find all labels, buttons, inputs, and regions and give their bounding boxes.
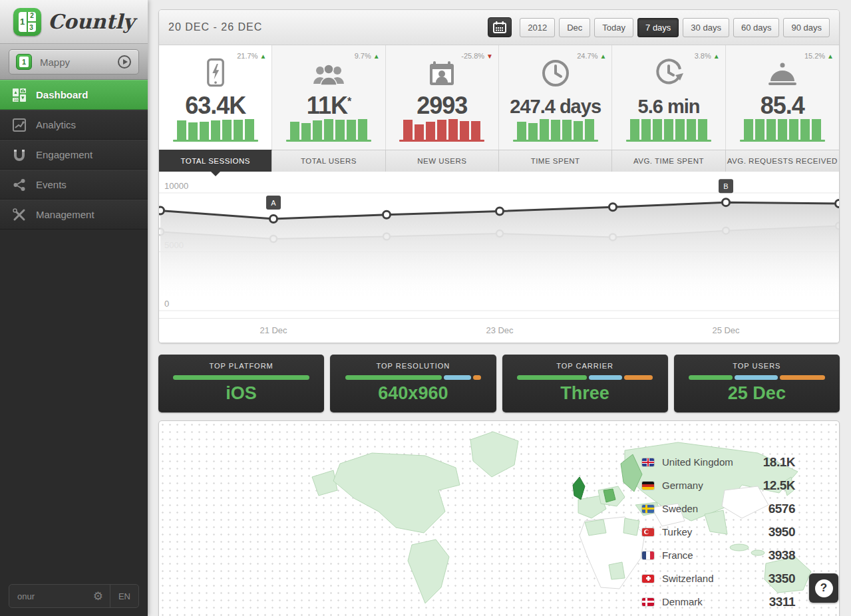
sidebar: 123 Countly 1 Mappy 100 Dashboard Analyt… [0, 0, 148, 616]
sessions-line-chart[interactable]: 0500010000AB [159, 172, 839, 318]
sidebar-item-management[interactable]: Management [0, 200, 148, 230]
range-button-60days[interactable]: 60 days [733, 18, 780, 37]
tab-avg-time-spent[interactable]: AVG. TIME SPENT [612, 150, 725, 172]
countries-map-panel[interactable]: United Kingdom 18.1K Germany 12.5K Swede… [158, 420, 840, 616]
top-countries-list: United Kingdom 18.1K Germany 12.5K Swede… [642, 450, 795, 613]
top-carrier-card[interactable]: TOP CARRIER Three [502, 355, 668, 412]
top-card-title: TOP RESOLUTION [376, 362, 450, 370]
brand-name: Countly [48, 10, 134, 33]
range-button-90days[interactable]: 90 days [783, 18, 830, 37]
country-row-sweden[interactable]: Sweden 6576 [642, 497, 795, 520]
calendar-button[interactable] [488, 17, 512, 37]
distribution-bar [345, 375, 481, 380]
panel-header: 20 DEC - 26 DEC 2012 Dec Today 7 days 30… [159, 10, 839, 45]
range-button-month[interactable]: Dec [559, 18, 590, 37]
country-row-switzerland[interactable]: Switzerland 3350 [642, 567, 795, 590]
tab-avg-requests[interactable]: AVG. REQUESTS RECEIVED [726, 150, 839, 172]
top-card-value: 25 Dec [728, 383, 786, 404]
top-card-title: TOP PLATFORM [209, 362, 273, 370]
tab-time-spent[interactable]: TIME SPENT [499, 150, 612, 172]
sidebar-item-events[interactable]: Events [0, 170, 148, 200]
stat-card-new-users[interactable]: -25.8%▼ 2993 [386, 45, 499, 150]
calendar-icon [493, 21, 506, 33]
change-badge: 21.7%▲ [237, 52, 266, 60]
sidebar-item-dashboard[interactable]: 100 Dashboard [0, 80, 148, 110]
metric-tabs: TOTAL SESSIONS TOTAL USERS NEW USERS TIM… [159, 150, 839, 172]
user-menu[interactable]: onur ⚙ EN [9, 584, 139, 608]
chart-x-axis: 21 Dec23 Dec25 Dec [159, 318, 839, 343]
country-row-uk[interactable]: United Kingdom 18.1K [642, 450, 795, 474]
calendar-user-icon [428, 53, 456, 88]
top-card-value: 640x960 [378, 383, 448, 404]
sweden-flag-icon [642, 505, 654, 513]
stat-value: 11K* [307, 92, 351, 120]
question-mark-icon: ? [815, 579, 833, 597]
distribution-bar [517, 375, 653, 380]
stat-card-total-users[interactable]: 9.7%▲ 11K* [272, 45, 385, 150]
x-axis-label: 23 Dec [486, 325, 513, 335]
country-row-germany[interactable]: Germany 12.5K [642, 474, 795, 497]
country-row-turkey[interactable]: Turkey 3950 [642, 520, 795, 543]
switzerland-flag-icon [642, 575, 654, 583]
country-name: Denmark [662, 596, 769, 607]
country-name: Sweden [662, 503, 768, 514]
stat-card-avg-requests[interactable]: 15.2%▲ 85.4 [726, 45, 839, 150]
change-badge: 3.8%▲ [695, 52, 720, 60]
country-value: 3950 [768, 525, 795, 539]
france-flag-icon [642, 551, 654, 559]
users-icon [311, 53, 346, 88]
country-value: 3350 [768, 571, 795, 586]
top-card-title: TOP USERS [733, 362, 780, 370]
help-button[interactable]: ? [809, 573, 838, 603]
top-platform-card[interactable]: TOP PLATFORM iOS [158, 355, 324, 412]
sidebar-item-label: Dashboard [36, 89, 88, 100]
sparkline [173, 119, 258, 142]
distribution-bar [689, 375, 824, 380]
country-name: France [662, 549, 768, 561]
sidebar-item-engagement[interactable]: Engagement [0, 140, 148, 170]
stat-card-avg-time-spent[interactable]: 3.8%▲ 5.6 min [612, 45, 725, 150]
tab-total-sessions[interactable]: TOTAL SESSIONS [159, 150, 272, 172]
country-value: 3311 [769, 595, 795, 609]
language-selector[interactable]: EN [110, 585, 138, 607]
tab-total-users[interactable]: TOTAL USERS [272, 150, 385, 172]
svg-text:A: A [271, 199, 276, 207]
svg-text:B: B [723, 182, 728, 190]
country-value: 18.1K [763, 455, 795, 470]
clock-icon [541, 53, 570, 88]
range-button-year[interactable]: 2012 [520, 18, 555, 37]
engagement-magnet-icon [12, 148, 27, 162]
dashboard-icon: 100 [12, 88, 27, 102]
stat-value: 63.4K [185, 92, 246, 120]
top-card-title: TOP CARRIER [556, 362, 613, 370]
management-tools-icon [12, 208, 27, 222]
gear-icon[interactable]: ⚙ [86, 589, 110, 603]
stat-card-total-sessions[interactable]: 21.7%▲ 63.4K [159, 45, 272, 150]
country-name: United Kingdom [662, 456, 763, 468]
main-content: 20 DEC - 26 DEC 2012 Dec Today 7 days 30… [158, 9, 840, 616]
app-logo-icon: 1 [16, 54, 32, 70]
country-name: Switzerland [662, 573, 768, 584]
country-name: Turkey [662, 526, 768, 538]
country-value: 12.5K [763, 478, 795, 493]
top-resolution-card[interactable]: TOP RESOLUTION 640x960 [330, 355, 496, 412]
sparkline [513, 119, 598, 142]
sparkline [626, 119, 711, 142]
play-circle-icon[interactable] [117, 55, 132, 69]
svg-text:10000: 10000 [164, 181, 188, 191]
range-button-today[interactable]: Today [594, 18, 633, 37]
sparkline [399, 119, 484, 142]
top-users-card[interactable]: TOP USERS 25 Dec [674, 355, 840, 412]
tab-new-users[interactable]: NEW USERS [386, 150, 499, 172]
stat-value: 5.6 min [638, 96, 700, 118]
country-row-france[interactable]: France 3938 [642, 543, 795, 567]
sidebar-item-analytics[interactable]: Analytics [0, 110, 148, 140]
range-button-30days[interactable]: 30 days [683, 18, 729, 37]
range-button-7days[interactable]: 7 days [637, 18, 679, 37]
app-selector[interactable]: 1 Mappy [9, 49, 139, 75]
stat-card-time-spent[interactable]: 24.7%▲ 247.4 days [499, 45, 612, 150]
country-row-denmark[interactable]: Denmark 3311 [642, 590, 795, 613]
country-value: 3938 [768, 548, 795, 563]
germany-flag-icon [642, 482, 654, 490]
change-badge: 24.7%▲ [577, 52, 606, 60]
